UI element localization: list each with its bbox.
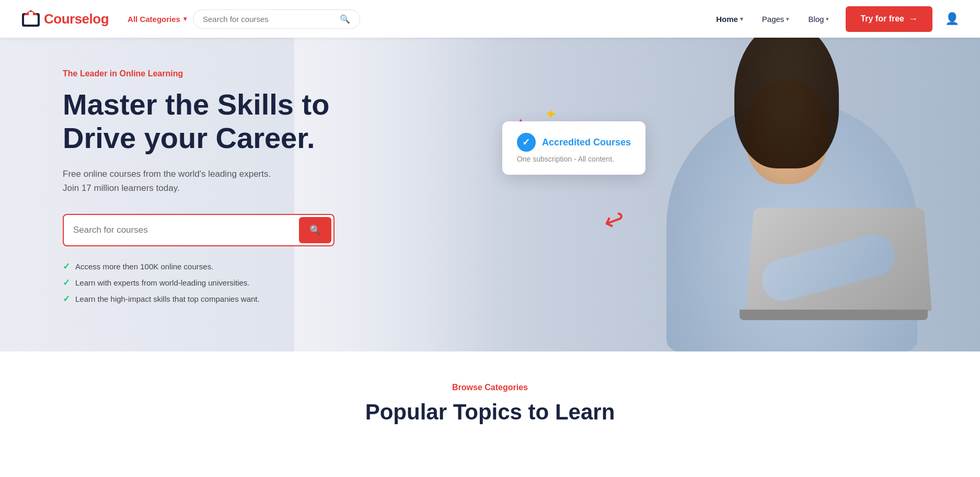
nav-links: Home ▾ Pages ▾ Blog ▾: [716, 15, 829, 24]
hero-title: Master the Skills to Drive your Career.: [63, 88, 397, 155]
nav-search-input[interactable]: [203, 15, 336, 24]
nav-link-pages[interactable]: Pages ▾: [762, 15, 790, 24]
hero-subtitle: Free online courses from the world's lea…: [63, 167, 335, 195]
nav-link-blog[interactable]: Blog ▾: [808, 15, 829, 24]
nav-link-home[interactable]: Home ▾: [716, 15, 743, 24]
nav-search-bar: 🔍: [193, 9, 360, 29]
check-icon-1: ✓: [63, 261, 70, 272]
hero-content: The Leader in Online Learning Master the…: [0, 38, 397, 304]
check-icon-2: ✓: [63, 277, 70, 288]
svg-rect-1: [24, 15, 38, 25]
check-icon-3: ✓: [63, 293, 70, 304]
try-for-free-button[interactable]: Try for free →: [846, 6, 932, 32]
accredited-card: ✓ Accredited Courses One subscription - …: [502, 121, 645, 175]
hero-search-button[interactable]: 🔍: [299, 217, 331, 243]
hero-search-icon: 🔍: [309, 224, 321, 236]
browse-section: Browse Categories Popular Topics to Lear…: [0, 351, 980, 446]
hero-search-input[interactable]: [73, 225, 299, 235]
all-categories-dropdown[interactable]: All Categories ▾: [128, 15, 187, 24]
hero-check-item-1: ✓ Access more then 100K online courses.: [63, 261, 397, 272]
hero-checklist: ✓ Access more then 100K online courses. …: [63, 261, 397, 304]
blog-chevron-icon: ▾: [826, 16, 829, 22]
logo-text: Courselog: [44, 11, 109, 27]
user-icon[interactable]: 👤: [945, 12, 959, 26]
accredited-card-title: Accredited Courses: [542, 137, 631, 148]
logo[interactable]: Courselog: [21, 9, 109, 29]
logo-icon: [21, 9, 41, 29]
categories-chevron-icon: ▾: [183, 15, 187, 22]
try-btn-arrow-icon: →: [908, 14, 918, 25]
hero-search-bar: 🔍: [63, 214, 335, 246]
all-categories-label: All Categories: [128, 15, 180, 24]
home-chevron-icon: ▾: [740, 16, 743, 22]
sparkle-yellow-icon: ✦: [545, 106, 557, 123]
hero-check-item-2: ✓ Learn with experts from world-leading …: [63, 277, 397, 288]
accredited-check-circle: ✓: [517, 133, 536, 152]
hero-check-item-3: ✓ Learn the high-impact skills that top …: [63, 293, 397, 304]
svg-rect-3: [29, 12, 33, 16]
navbar: Courselog All Categories ▾ 🔍 Home ▾ Page…: [0, 0, 980, 38]
pages-chevron-icon: ▾: [786, 16, 789, 22]
accredited-card-subtitle: One subscription - All content.: [517, 155, 631, 163]
nav-search-icon[interactable]: 🔍: [340, 14, 350, 24]
hero-section: ✦ ✦ ✦ ↩ ✓ Accredited Courses One subscri…: [0, 38, 980, 351]
accredited-card-header: ✓ Accredited Courses: [517, 133, 631, 152]
browse-categories-tag: Browse Categories: [21, 383, 959, 392]
browse-section-title: Popular Topics to Learn: [21, 400, 959, 425]
hero-tag: The Leader in Online Learning: [63, 69, 397, 78]
